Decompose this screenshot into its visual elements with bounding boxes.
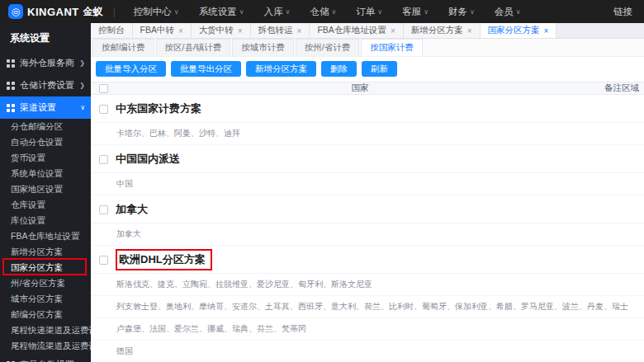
- top-menu-item-控制中心[interactable]: 控制中心∨: [125, 0, 187, 23]
- appstore-grid-icon: [7, 104, 15, 112]
- table-header-row: 国家 备注区域: [91, 82, 644, 95]
- chevron-down-icon: ∨: [424, 8, 429, 16]
- tab-FBA仓库地址设置[interactable]: FBA仓库地址设置×: [310, 23, 403, 38]
- sidebar-item-尾程快递渠道及运费设置[interactable]: 尾程快递渠道及运费设置: [0, 322, 91, 338]
- tab-FBA中转[interactable]: FBA中转×: [133, 23, 192, 38]
- table-row-zone: 列支敦士登、奥地利、摩纳哥、安道尔、土耳其、西班牙、意大利、荷兰、比利时、葡萄牙…: [91, 296, 644, 318]
- chevron-down-icon: ∨: [174, 8, 179, 16]
- top-menu-item-入库[interactable]: 入库∨: [256, 0, 299, 23]
- row-checkbox[interactable]: [99, 205, 108, 214]
- zone-country-list: 斯洛伐克、捷克、立陶宛、拉脱维亚、爱沙尼亚、匈牙利、斯洛文尼亚: [116, 279, 372, 290]
- sidebar-item-货币设置[interactable]: 货币设置: [0, 150, 91, 166]
- sidebar-group-label: 商品参数设置: [20, 359, 74, 362]
- sidebar-item-州/省分区方案[interactable]: 州/省分区方案: [0, 275, 91, 291]
- tab-label: 大货中转: [199, 25, 234, 36]
- top-menu-item-仓储[interactable]: 仓储∨: [301, 0, 344, 23]
- sidebar-item-邮编分区方案[interactable]: 邮编分区方案: [0, 307, 91, 322]
- close-icon[interactable]: ×: [238, 26, 243, 35]
- chevron-down-icon: ∨: [331, 8, 336, 16]
- subtab-按州/省计费[interactable]: 按州/省计费: [296, 39, 359, 56]
- chevron-down-icon: ∨: [80, 104, 85, 111]
- remark-column-header: 备注区域: [604, 82, 644, 94]
- sidebar-item-FBA仓库地址设置[interactable]: FBA仓库地址设置: [0, 228, 91, 244]
- table-row-zone: 中国: [91, 173, 644, 195]
- top-menu-item-系统设置[interactable]: 系统设置∨: [191, 0, 253, 23]
- chevron-down-icon: ∨: [239, 8, 244, 16]
- sidebar-title: 系统设置: [0, 23, 91, 52]
- chevron-down-icon: ∨: [377, 8, 382, 16]
- sidebar-item-国家分区方案[interactable]: 国家分区方案: [0, 260, 91, 275]
- sidebar-item-自动分仓设置[interactable]: 自动分仓设置: [0, 134, 91, 150]
- tab-控制台[interactable]: 控制台: [91, 23, 133, 38]
- table-row-title: 欧洲DHL分区方案: [91, 246, 644, 274]
- topbar-divider: |: [113, 6, 116, 17]
- top-menu-item-label: 财务: [448, 6, 467, 18]
- brand-logo: ◎ KINGANT 金蚁: [8, 4, 103, 19]
- tab-label: 国家分区方案: [488, 25, 540, 36]
- top-menu-item-label: 客服: [402, 6, 421, 18]
- topbar-link[interactable]: 链接: [610, 6, 636, 18]
- button-批量导出分区[interactable]: 批量导出分区: [171, 61, 241, 77]
- sidebar-item-分仓邮编分区[interactable]: 分仓邮编分区: [0, 119, 91, 134]
- sidebar-item-新增分区方案[interactable]: 新增分区方案: [0, 244, 91, 260]
- top-navbar: ◎ KINGANT 金蚁 | 控制中心∨系统设置∨入库∨仓储∨订单∨客服∨财务∨…: [0, 0, 644, 23]
- subtab-按国家计费[interactable]: 按国家计费: [361, 39, 423, 56]
- sidebar-item-国家地区设置[interactable]: 国家地区设置: [0, 181, 91, 197]
- tab-新增分区方案[interactable]: 新增分区方案×: [404, 23, 481, 38]
- button-新增分区方案[interactable]: 新增分区方案: [246, 61, 316, 77]
- close-icon[interactable]: ×: [391, 26, 395, 35]
- button-批量导入分区[interactable]: 批量导入分区: [96, 61, 166, 77]
- appstore-grid-icon: [7, 59, 15, 68]
- button-刷新[interactable]: 刷新: [362, 61, 397, 77]
- subtab-按城市计费[interactable]: 按城市计费: [232, 39, 294, 56]
- chevron-right-icon: ❯: [79, 59, 85, 67]
- row-checkbox[interactable]: [99, 155, 108, 164]
- top-menu-item-label: 会员: [495, 6, 514, 18]
- row-checkbox-cell: [91, 155, 116, 164]
- sidebar-group-商品参数设置[interactable]: 商品参数设置❯: [0, 354, 91, 362]
- table-row-zone: 卢森堡、法国、爱尔兰、挪威、瑞典、芬兰、梵蒂冈: [91, 318, 644, 341]
- top-menu-item-label: 订单: [356, 6, 375, 18]
- sidebar-group-海外仓服务商[interactable]: 海外仓服务商❯: [0, 52, 91, 74]
- top-menu-item-会员[interactable]: 会员∨: [486, 0, 529, 23]
- tab-拆包转运[interactable]: 拆包转运×: [251, 23, 310, 38]
- tab-国家分区方案[interactable]: 国家分区方案×: [481, 23, 557, 38]
- table-row-zone: 加拿大: [91, 223, 644, 246]
- brand-logo-icon: ◎: [8, 4, 23, 19]
- close-icon[interactable]: ×: [178, 26, 183, 35]
- sidebar-group-label: 渠道设置: [20, 101, 56, 114]
- sidebar-group-仓储计费设置[interactable]: 仓储计费设置❯: [0, 74, 91, 96]
- close-icon[interactable]: ×: [467, 26, 472, 35]
- top-menu: 控制中心∨系统设置∨入库∨仓储∨订单∨客服∨财务∨会员∨: [125, 0, 610, 23]
- main-area: 控制台FBA中转×大货中转×拆包转运×FBA仓库地址设置×新增分区方案×国家分区…: [91, 23, 644, 362]
- sidebar-item-尾程物流渠道及运费设置[interactable]: 尾程物流渠道及运费设置: [0, 338, 91, 354]
- sidebar-item-城市分区方案[interactable]: 城市分区方案: [0, 291, 91, 307]
- top-menu-item-订单[interactable]: 订单∨: [348, 0, 391, 23]
- table-row-zone: 德国: [91, 341, 644, 362]
- sidebar-item-系统单位设置[interactable]: 系统单位设置: [0, 166, 91, 181]
- button-删除[interactable]: 删除: [321, 61, 357, 77]
- tab-label: FBA中转: [140, 25, 174, 36]
- zone-country-list: 列支敦士登、奥地利、摩纳哥、安道尔、土耳其、西班牙、意大利、荷兰、比利时、葡萄牙…: [116, 301, 628, 313]
- subtab-按区/县/镇计费[interactable]: 按区/县/镇计费: [156, 39, 231, 56]
- sidebar-item-库位设置[interactable]: 库位设置: [0, 213, 91, 228]
- select-all-checkbox[interactable]: [99, 84, 108, 93]
- row-checkbox[interactable]: [99, 105, 108, 114]
- row-checkbox[interactable]: [99, 256, 108, 265]
- close-icon[interactable]: ×: [544, 26, 549, 35]
- top-menu-item-label: 系统设置: [199, 6, 237, 18]
- appstore-grid-icon: [7, 82, 15, 90]
- close-icon[interactable]: ×: [297, 26, 302, 35]
- tab-大货中转[interactable]: 大货中转×: [192, 23, 251, 38]
- subtab-按邮编计费[interactable]: 按邮编计费: [92, 39, 154, 56]
- billing-mode-tabs: 按邮编计费按区/县/镇计费按城市计费按州/省计费按国家计费: [91, 39, 644, 57]
- zone-country-list: 德国: [116, 346, 133, 357]
- app-window: ◎ KINGANT 金蚁 | 控制中心∨系统设置∨入库∨仓储∨订单∨客服∨财务∨…: [0, 0, 644, 362]
- row-checkbox-cell: [91, 205, 116, 214]
- top-menu-item-财务[interactable]: 财务∨: [440, 0, 483, 23]
- top-menu-item-客服[interactable]: 客服∨: [394, 0, 437, 23]
- top-menu-item-label: 仓储: [310, 6, 329, 18]
- sidebar-item-仓库设置[interactable]: 仓库设置: [0, 197, 91, 213]
- plan-title-annotated: 欧洲DHL分区方案: [116, 249, 212, 270]
- sidebar-group-渠道设置[interactable]: 渠道设置∨: [0, 96, 91, 119]
